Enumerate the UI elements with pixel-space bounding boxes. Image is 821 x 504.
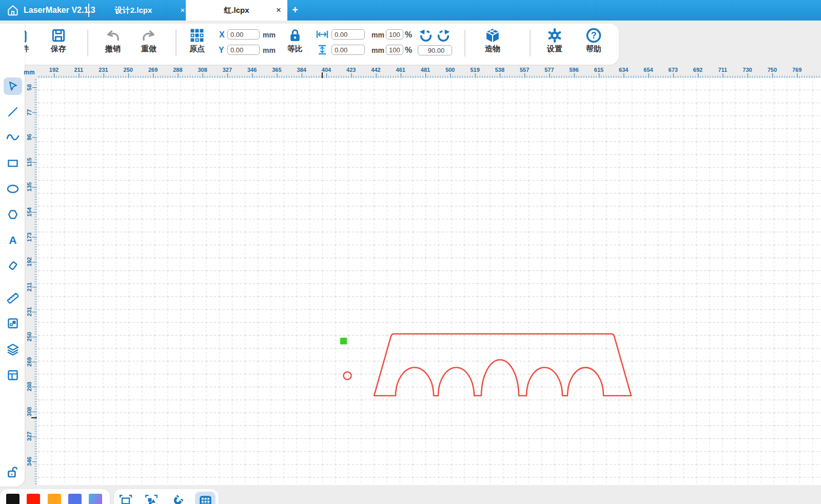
v-ruler-label: 115 [26, 158, 32, 167]
undo-button[interactable]: 撤销 [99, 28, 127, 54]
rectangle-tool[interactable] [4, 154, 22, 172]
v-ruler-label: 58 [26, 84, 32, 90]
cursor-icon [7, 80, 19, 92]
color-swatch-orange[interactable] [48, 494, 61, 504]
color-swatch-blue[interactable] [68, 494, 82, 504]
create-label: 造物 [485, 44, 500, 54]
x-coordinate-label: X [219, 30, 225, 40]
x-coordinate-input[interactable] [227, 29, 260, 40]
h-ruler-label: 654 [643, 67, 653, 73]
image-tool[interactable] [4, 315, 22, 332]
h-ruler-label: 308 [198, 67, 207, 73]
origin-grid-icon [189, 28, 205, 43]
image-icon [7, 317, 19, 329]
line-icon [7, 106, 19, 118]
toolbar-divider [464, 30, 465, 56]
h-ruler-label: 288 [173, 67, 182, 73]
toolbar-divider [175, 30, 177, 56]
canvas-grid [37, 78, 821, 485]
tab-design2-label: 设计2.lcpx [115, 6, 152, 15]
curve-tool[interactable] [4, 129, 22, 146]
frame-icon [119, 494, 132, 504]
eraser-tool[interactable] [4, 257, 22, 275]
width-input[interactable] [331, 29, 365, 40]
h-ruler-label: 346 [247, 67, 257, 73]
rotate-cw-icon[interactable] [436, 29, 451, 43]
height-percent-sign: % [405, 46, 412, 55]
green-origin-marker[interactable] [340, 338, 347, 344]
snap-magnet-button[interactable] [170, 494, 185, 504]
color-swatch-gradient[interactable] [89, 494, 102, 504]
layers-tool[interactable] [4, 341, 22, 358]
v-ruler-cursor-marker [31, 417, 37, 418]
rotate-ccw-icon[interactable] [419, 29, 433, 43]
h-ruler-label: 404 [322, 67, 331, 73]
line-tool[interactable] [4, 103, 22, 121]
h-ruler-label: 461 [396, 67, 405, 73]
h-ruler-label: 557 [520, 67, 529, 73]
rotation-angle-input[interactable] [418, 45, 452, 55]
h-ruler-label: 615 [594, 67, 603, 73]
origin-button[interactable]: 原点 [183, 28, 211, 54]
width-percent-input[interactable] [386, 29, 403, 40]
select-shapes-button[interactable] [144, 494, 159, 504]
h-ruler-label: 730 [742, 67, 752, 73]
polygon-icon [7, 208, 19, 221]
layout-icon [7, 369, 19, 381]
design-canvas[interactable] [37, 78, 821, 485]
help-button[interactable]: ? 帮助 [579, 28, 608, 54]
height-input[interactable] [331, 45, 365, 55]
redo-label: 重做 [141, 44, 157, 54]
home-icon[interactable] [6, 4, 19, 17]
width-icon [316, 30, 328, 38]
h-ruler-label: 673 [669, 67, 678, 73]
h-ruler-label: 442 [371, 67, 380, 73]
tab-red-label: 红.lcpx [224, 6, 249, 15]
tab-red-close-icon[interactable]: × [272, 0, 285, 21]
h-ruler-label: 750 [768, 67, 777, 73]
h-ruler-label: 596 [569, 67, 578, 73]
height-percent-input[interactable] [386, 45, 403, 55]
toolbar-divider [87, 30, 88, 56]
measure-tool[interactable] [4, 289, 22, 307]
ellipse-icon [6, 183, 19, 195]
polygon-tool[interactable] [4, 206, 22, 223]
proportional-lock-label: 等比 [287, 44, 303, 54]
y-unit-label: mm [263, 46, 276, 54]
create-button[interactable]: 造物 [478, 28, 507, 54]
frame-tool-button[interactable] [119, 494, 133, 504]
color-swatch-black[interactable] [6, 494, 19, 504]
proportional-lock-button[interactable]: 等比 [281, 28, 309, 54]
color-swatch-red[interactable] [27, 494, 40, 504]
v-ruler-label: 288 [26, 382, 32, 391]
ellipse-tool[interactable] [4, 180, 22, 198]
v-ruler-label: 269 [26, 357, 32, 366]
cube-icon [485, 28, 500, 43]
redo-button[interactable]: 重做 [134, 28, 163, 54]
v-ruler-label: 231 [26, 307, 32, 316]
h-ruler-label: 500 [445, 67, 455, 73]
save-button[interactable]: 保存 [44, 28, 73, 54]
select-tool[interactable] [4, 77, 22, 95]
h-ruler-label: 423 [346, 67, 356, 73]
v-ruler-label: 192 [26, 257, 32, 266]
settings-button[interactable]: 设置 [540, 28, 569, 54]
tab-design2[interactable]: 设计2.lcpx [92, 0, 174, 21]
v-ruler-label: 346 [26, 457, 32, 466]
unlock-icon [7, 466, 19, 479]
height-unit-label: mm [372, 46, 384, 54]
h-ruler-label: 577 [544, 67, 554, 73]
vertical-ruler: 5877961151351541731922112312502692883083… [26, 78, 37, 485]
h-ruler-label: 250 [124, 67, 133, 73]
text-tool[interactable]: A [4, 231, 22, 249]
y-coordinate-input[interactable] [227, 45, 260, 55]
unlock-tool[interactable] [4, 463, 22, 481]
layout-tool[interactable] [4, 366, 22, 384]
new-tab-button[interactable]: + [288, 0, 302, 21]
layers-icon [6, 343, 19, 356]
width-unit-label: mm [372, 31, 384, 39]
undo-icon [104, 28, 122, 43]
height-icon [318, 45, 326, 55]
grid-toggle-button[interactable] [198, 494, 212, 504]
eraser-icon [7, 260, 19, 272]
